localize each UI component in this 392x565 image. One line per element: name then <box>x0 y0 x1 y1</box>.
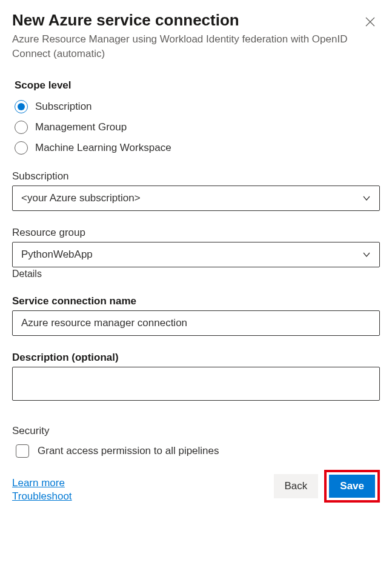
radio-icon <box>15 100 28 113</box>
grant-access-checkbox-row[interactable]: Grant access permission to all pipelines <box>16 444 380 458</box>
subscription-select[interactable]: <your Azure subscription> <box>12 186 380 211</box>
chevron-down-icon <box>362 250 371 259</box>
service-name-label: Service connection name <box>12 295 380 307</box>
checkbox-icon <box>16 444 29 458</box>
scope-level-label: Scope level <box>15 79 380 92</box>
grant-access-label: Grant access permission to all pipelines <box>38 445 219 457</box>
save-button-highlight: Save <box>324 470 380 503</box>
troubleshoot-link[interactable]: Troubleshoot <box>12 490 72 503</box>
scope-radio-group: Subscription Management Group Machine Le… <box>15 100 380 155</box>
resource-group-label: Resource group <box>12 227 380 239</box>
chevron-down-icon <box>362 194 371 202</box>
resource-group-select[interactable]: PythonWebApp <box>12 242 380 267</box>
save-button[interactable]: Save <box>329 475 375 498</box>
subscription-label: Subscription <box>12 170 380 182</box>
page-subtitle: Azure Resource Manager using Workload Id… <box>12 32 351 61</box>
resource-group-value: PythonWebApp <box>21 249 362 261</box>
security-label: Security <box>12 425 380 437</box>
page-title: New Azure service connection <box>12 11 351 30</box>
learn-more-link[interactable]: Learn more <box>12 477 72 489</box>
radio-icon <box>15 141 28 155</box>
description-input[interactable] <box>12 367 380 401</box>
description-label: Description (optional) <box>12 352 380 364</box>
radio-label: Subscription <box>35 101 92 113</box>
radio-label: Management Group <box>35 121 127 133</box>
service-name-input[interactable] <box>12 310 380 336</box>
subscription-value: <your Azure subscription> <box>21 192 362 204</box>
radio-subscription[interactable]: Subscription <box>15 100 380 113</box>
back-button[interactable]: Back <box>274 474 319 498</box>
radio-icon <box>15 121 28 134</box>
radio-ml-workspace[interactable]: Machine Learning Workspace <box>15 141 380 155</box>
radio-management-group[interactable]: Management Group <box>15 121 380 134</box>
close-icon[interactable] <box>365 17 375 27</box>
radio-label: Machine Learning Workspace <box>35 142 171 154</box>
resource-group-helper: Details <box>12 269 380 279</box>
